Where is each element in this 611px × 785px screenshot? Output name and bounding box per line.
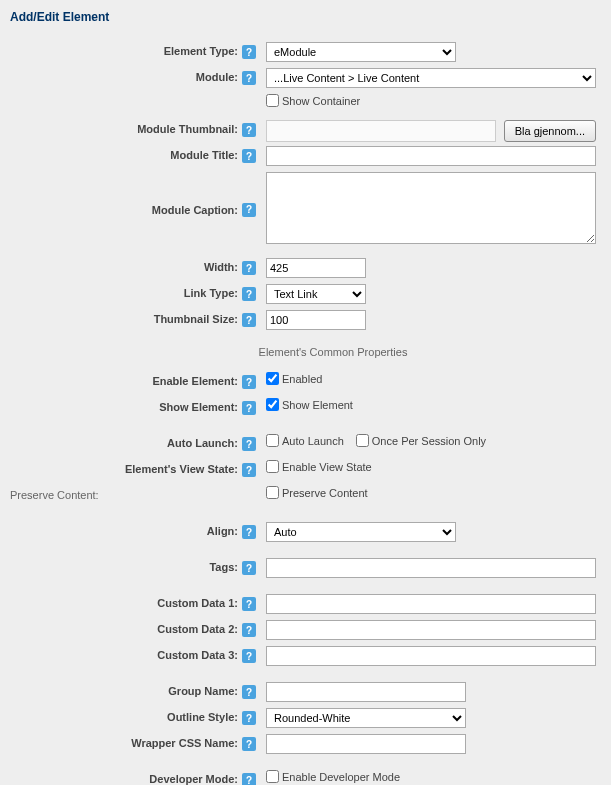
help-icon[interactable]: ? bbox=[242, 313, 256, 327]
group-name-input[interactable] bbox=[266, 682, 466, 702]
browse-button[interactable]: Bla gjennom... bbox=[504, 120, 596, 142]
add-edit-element-panel: Add/Edit Element Element Type: ? eModule… bbox=[0, 0, 611, 785]
outline-style-select[interactable]: Rounded-White bbox=[266, 708, 466, 728]
auto-launch-text: Auto Launch bbox=[282, 435, 344, 447]
element-type-select[interactable]: eModule bbox=[266, 42, 456, 62]
preserve-content-checkbox[interactable] bbox=[266, 486, 279, 499]
help-icon[interactable]: ? bbox=[242, 437, 256, 451]
auto-launch-wrapper[interactable]: Auto Launch bbox=[266, 434, 344, 447]
developer-mode-text: Enable Developer Mode bbox=[282, 771, 400, 783]
show-container-text: Show Container bbox=[282, 95, 360, 107]
module-caption-textarea[interactable] bbox=[266, 172, 596, 244]
help-icon[interactable]: ? bbox=[242, 401, 256, 415]
enable-element-label: Enable Element: bbox=[152, 375, 238, 387]
help-icon[interactable]: ? bbox=[242, 123, 256, 137]
once-per-session-checkbox[interactable] bbox=[356, 434, 369, 447]
wrapper-css-label: Wrapper CSS Name: bbox=[131, 737, 238, 749]
common-properties-header: Element's Common Properties bbox=[10, 346, 596, 358]
enabled-text: Enabled bbox=[282, 373, 322, 385]
module-thumbnail-label: Module Thumbnail: bbox=[137, 123, 238, 135]
enabled-wrapper[interactable]: Enabled bbox=[266, 372, 322, 385]
help-icon[interactable]: ? bbox=[242, 261, 256, 275]
link-type-select[interactable]: Text Link bbox=[266, 284, 366, 304]
auto-launch-checkbox[interactable] bbox=[266, 434, 279, 447]
help-icon[interactable]: ? bbox=[242, 375, 256, 389]
element-type-label: Element Type: bbox=[164, 45, 238, 57]
show-element-checkbox[interactable] bbox=[266, 398, 279, 411]
thumbnail-preview bbox=[266, 120, 496, 142]
module-title-label: Module Title: bbox=[170, 149, 238, 161]
help-icon[interactable]: ? bbox=[242, 203, 256, 217]
help-icon[interactable]: ? bbox=[242, 737, 256, 751]
align-select[interactable]: Auto bbox=[266, 522, 456, 542]
show-element-wrapper[interactable]: Show Element bbox=[266, 398, 353, 411]
preserve-content-text: Preserve Content bbox=[282, 487, 368, 499]
thumbnail-size-label: Thumbnail Size: bbox=[154, 313, 238, 325]
help-icon[interactable]: ? bbox=[242, 71, 256, 85]
help-icon[interactable]: ? bbox=[242, 287, 256, 301]
help-icon[interactable]: ? bbox=[242, 597, 256, 611]
help-icon[interactable]: ? bbox=[242, 149, 256, 163]
show-element-label: Show Element: bbox=[159, 401, 238, 413]
once-per-session-text: Once Per Session Only bbox=[372, 435, 486, 447]
auto-launch-label: Auto Launch: bbox=[167, 437, 238, 449]
custom-data-1-input[interactable] bbox=[266, 594, 596, 614]
module-select[interactable]: ...Live Content > Live Content bbox=[266, 68, 596, 88]
preserve-content-label: Preserve Content: bbox=[10, 489, 99, 501]
help-icon[interactable]: ? bbox=[242, 649, 256, 663]
custom-data-3-label: Custom Data 3: bbox=[157, 649, 238, 661]
tags-label: Tags: bbox=[209, 561, 238, 573]
view-state-checkbox[interactable] bbox=[266, 460, 279, 473]
link-type-label: Link Type: bbox=[184, 287, 238, 299]
custom-data-1-label: Custom Data 1: bbox=[157, 597, 238, 609]
once-per-session-wrapper[interactable]: Once Per Session Only bbox=[356, 434, 486, 447]
tags-input[interactable] bbox=[266, 558, 596, 578]
view-state-label: Element's View State: bbox=[125, 463, 238, 475]
panel-title: Add/Edit Element bbox=[10, 10, 596, 24]
view-state-text: Enable View State bbox=[282, 461, 372, 473]
module-label: Module: bbox=[196, 71, 238, 83]
help-icon[interactable]: ? bbox=[242, 773, 256, 785]
help-icon[interactable]: ? bbox=[242, 685, 256, 699]
help-icon[interactable]: ? bbox=[242, 525, 256, 539]
help-icon[interactable]: ? bbox=[242, 561, 256, 575]
show-container-checkbox[interactable] bbox=[266, 94, 279, 107]
wrapper-css-input[interactable] bbox=[266, 734, 466, 754]
group-name-label: Group Name: bbox=[168, 685, 238, 697]
enabled-checkbox[interactable] bbox=[266, 372, 279, 385]
developer-mode-wrapper[interactable]: Enable Developer Mode bbox=[266, 770, 400, 783]
width-label: Width: bbox=[204, 261, 238, 273]
width-input[interactable] bbox=[266, 258, 366, 278]
help-icon[interactable]: ? bbox=[242, 711, 256, 725]
developer-mode-checkbox[interactable] bbox=[266, 770, 279, 783]
custom-data-2-input[interactable] bbox=[266, 620, 596, 640]
preserve-content-wrapper[interactable]: Preserve Content bbox=[266, 486, 368, 499]
view-state-wrapper[interactable]: Enable View State bbox=[266, 460, 372, 473]
developer-mode-label: Developer Mode: bbox=[149, 773, 238, 785]
thumbnail-size-input[interactable] bbox=[266, 310, 366, 330]
show-element-text: Show Element bbox=[282, 399, 353, 411]
align-label: Align: bbox=[207, 525, 238, 537]
outline-style-label: Outline Style: bbox=[167, 711, 238, 723]
module-title-input[interactable] bbox=[266, 146, 596, 166]
custom-data-2-label: Custom Data 2: bbox=[157, 623, 238, 635]
help-icon[interactable]: ? bbox=[242, 623, 256, 637]
custom-data-3-input[interactable] bbox=[266, 646, 596, 666]
help-icon[interactable]: ? bbox=[242, 45, 256, 59]
module-caption-label: Module Caption: bbox=[152, 204, 238, 216]
help-icon[interactable]: ? bbox=[242, 463, 256, 477]
show-container-wrapper[interactable]: Show Container bbox=[266, 94, 360, 107]
